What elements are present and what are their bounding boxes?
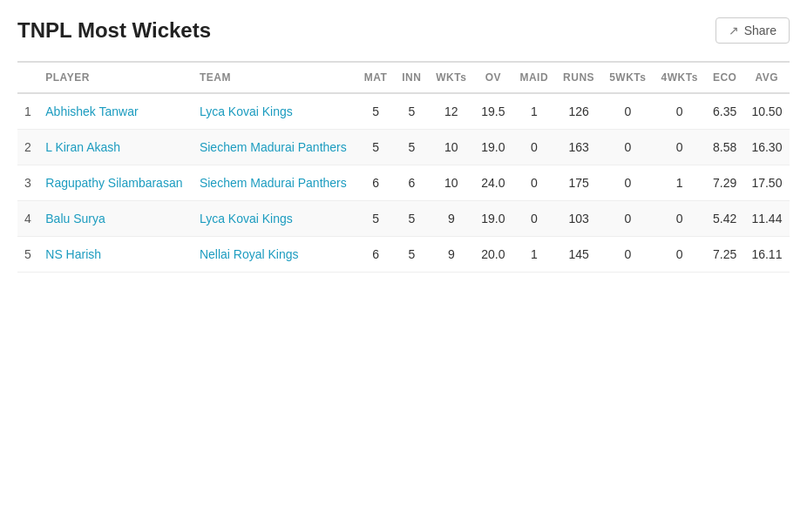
page-title: TNPL Most Wickets: [17, 18, 211, 43]
cell-team: Siechem Madurai Panthers: [193, 165, 357, 201]
wickets-table: PLAYER TEAM MAT INN WKTs OV MAID RUNS 5W…: [17, 61, 790, 273]
cell-avg: 17.50: [744, 165, 790, 201]
cell-eco: 5.42: [705, 201, 743, 237]
cell-ov: 20.0: [474, 237, 512, 273]
cell-runs: 145: [556, 237, 602, 273]
cell-runs: 126: [556, 93, 602, 130]
col-runs: RUNS: [556, 62, 602, 93]
table-row: 5NS HarishNellai Royal Kings65920.011450…: [17, 237, 790, 273]
cell-ov: 19.0: [474, 130, 512, 165]
cell-inn: 6: [395, 165, 429, 201]
cell-fwkts: 0: [602, 237, 654, 273]
cell-avg: 16.11: [744, 237, 790, 273]
cell-player: Balu Surya: [38, 201, 193, 237]
cell-ov: 24.0: [474, 165, 512, 201]
cell-inn: 5: [395, 237, 429, 273]
cell-runs: 163: [556, 130, 602, 165]
col-avg: AVG: [744, 62, 790, 93]
col-player: PLAYER: [38, 62, 193, 93]
col-rank: [17, 62, 38, 93]
cell-4wkts: 0: [654, 93, 705, 130]
cell-mat: 6: [356, 237, 394, 273]
table-row: 2L Kiran AkashSiechem Madurai Panthers55…: [17, 130, 790, 165]
cell-maid: 0: [512, 130, 556, 165]
cell-avg: 11.44: [744, 201, 790, 237]
cell-eco: 7.25: [705, 237, 743, 273]
col-wkts: WKTs: [429, 62, 474, 93]
cell-avg: 10.50: [744, 93, 790, 130]
player-link[interactable]: Ragupathy Silambarasan: [45, 176, 182, 190]
team-link[interactable]: Lyca Kovai Kings: [200, 212, 293, 226]
cell-maid: 0: [512, 165, 556, 201]
cell-rank: 2: [17, 130, 38, 165]
cell-team: Nellai Royal Kings: [193, 237, 357, 273]
table-row: 4Balu SuryaLyca Kovai Kings55919.0010300…: [17, 201, 790, 237]
cell-fwkts: 0: [602, 93, 654, 130]
cell-rank: 5: [17, 237, 38, 273]
table-row: 1Abhishek TanwarLyca Kovai Kings551219.5…: [17, 93, 790, 130]
cell-runs: 103: [556, 201, 602, 237]
cell-avg: 16.30: [744, 130, 790, 165]
cell-4wkts: 0: [654, 130, 705, 165]
cell-player: NS Harish: [38, 237, 193, 273]
col-maid: MAID: [512, 62, 556, 93]
col-ov: OV: [474, 62, 512, 93]
col-5wkts: 5WKTs: [602, 62, 654, 93]
share-icon: ↗: [729, 24, 739, 37]
cell-maid: 1: [512, 237, 556, 273]
page-header: TNPL Most Wickets ↗ Share: [17, 17, 790, 44]
cell-mat: 5: [356, 130, 394, 165]
team-link[interactable]: Siechem Madurai Panthers: [200, 140, 347, 154]
cell-rank: 4: [17, 201, 38, 237]
cell-player: Ragupathy Silambarasan: [38, 165, 193, 201]
cell-ov: 19.0: [474, 201, 512, 237]
cell-team: Siechem Madurai Panthers: [193, 130, 357, 165]
cell-fwkts: 0: [602, 165, 654, 201]
col-eco: ECO: [705, 62, 743, 93]
cell-wkts: 12: [429, 93, 474, 130]
main-container: TNPL Most Wickets ↗ Share PLAYER TEAM MA…: [0, 0, 807, 290]
col-4wkts: 4WKTs: [654, 62, 705, 93]
cell-4wkts: 0: [654, 237, 705, 273]
col-inn: INN: [395, 62, 429, 93]
cell-mat: 5: [356, 93, 394, 130]
cell-4wkts: 0: [654, 201, 705, 237]
cell-wkts: 10: [429, 130, 474, 165]
cell-fwkts: 0: [602, 201, 654, 237]
cell-inn: 5: [395, 130, 429, 165]
cell-fwkts: 0: [602, 130, 654, 165]
cell-rank: 1: [17, 93, 38, 130]
cell-4wkts: 1: [654, 165, 705, 201]
player-link[interactable]: Abhishek Tanwar: [45, 104, 138, 118]
cell-maid: 0: [512, 201, 556, 237]
cell-team: Lyca Kovai Kings: [193, 93, 357, 130]
cell-mat: 5: [356, 201, 394, 237]
cell-maid: 1: [512, 93, 556, 130]
cell-wkts: 10: [429, 165, 474, 201]
player-link[interactable]: Balu Surya: [45, 212, 105, 226]
table-row: 3Ragupathy SilambarasanSiechem Madurai P…: [17, 165, 790, 201]
cell-inn: 5: [395, 201, 429, 237]
cell-inn: 5: [395, 93, 429, 130]
cell-player: Abhishek Tanwar: [38, 93, 193, 130]
cell-mat: 6: [356, 165, 394, 201]
col-mat: MAT: [356, 62, 394, 93]
cell-wkts: 9: [429, 237, 474, 273]
cell-player: L Kiran Akash: [38, 130, 193, 165]
share-button[interactable]: ↗ Share: [715, 17, 790, 44]
cell-team: Lyca Kovai Kings: [193, 201, 357, 237]
team-link[interactable]: Nellai Royal Kings: [200, 247, 299, 261]
player-link[interactable]: L Kiran Akash: [45, 140, 120, 154]
cell-eco: 8.58: [705, 130, 743, 165]
team-link[interactable]: Siechem Madurai Panthers: [200, 176, 347, 190]
table-header-row: PLAYER TEAM MAT INN WKTs OV MAID RUNS 5W…: [17, 62, 790, 93]
team-link[interactable]: Lyca Kovai Kings: [200, 104, 293, 118]
cell-eco: 6.35: [705, 93, 743, 130]
player-link[interactable]: NS Harish: [45, 247, 101, 261]
cell-rank: 3: [17, 165, 38, 201]
cell-wkts: 9: [429, 201, 474, 237]
share-label: Share: [744, 24, 776, 37]
cell-runs: 175: [556, 165, 602, 201]
cell-ov: 19.5: [474, 93, 512, 130]
cell-eco: 7.29: [705, 165, 743, 201]
